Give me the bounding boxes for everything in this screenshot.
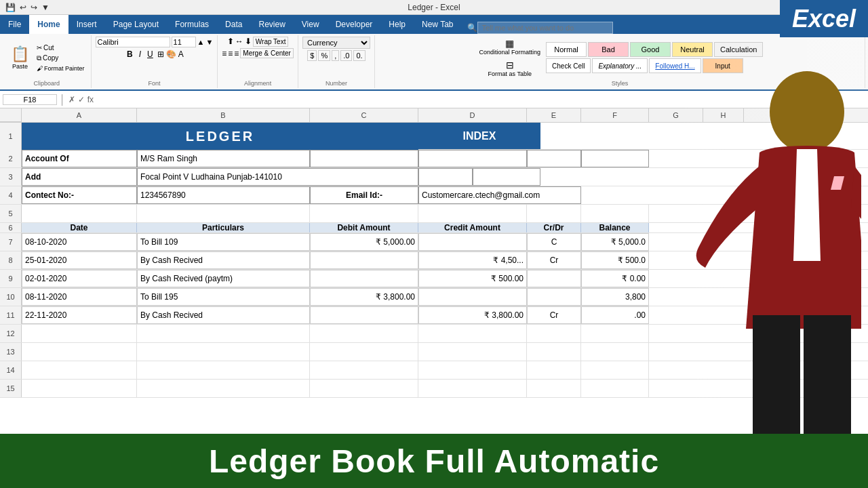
cell-f8[interactable]: ₹ 500.0 (581, 251, 649, 269)
cell-f3[interactable] (473, 168, 540, 186)
cell-b14[interactable] (137, 361, 310, 379)
cell-f1[interactable]: INDEX (418, 123, 540, 149)
cell-e2[interactable] (527, 150, 581, 167)
align-center-button[interactable]: ≡ (228, 49, 233, 58)
cell-d7[interactable] (418, 233, 527, 251)
cell-b5[interactable] (137, 205, 310, 222)
cell-c8[interactable] (310, 251, 418, 269)
cell-c5[interactable] (310, 205, 418, 222)
cell-e8[interactable]: Cr (527, 251, 581, 269)
cell-f11[interactable]: .00 (581, 306, 649, 324)
font-size-decrease-button[interactable]: ▼ (205, 38, 213, 46)
cell-d13[interactable] (418, 343, 527, 361)
align-middle-button[interactable]: ↔ (235, 37, 243, 47)
cell-b13[interactable] (137, 343, 310, 361)
cell-e14[interactable] (527, 361, 581, 379)
cell-f2[interactable] (581, 150, 649, 167)
col-header-e[interactable]: E (527, 108, 581, 122)
format-as-table-button[interactable]: ⊟ Format as Table (486, 58, 534, 79)
decrease-decimal-button[interactable]: 0. (353, 50, 365, 61)
tab-developer[interactable]: Developer (328, 15, 381, 34)
cell-c7[interactable]: ₹ 5,000.00 (310, 233, 418, 251)
insert-function-icon[interactable]: fx (87, 95, 94, 104)
cut-button[interactable]: ✂ Cut (35, 43, 87, 52)
style-check-cell[interactable]: Check Cell (546, 58, 591, 73)
tab-formulas[interactable]: Formulas (167, 15, 217, 34)
tab-review[interactable]: Review (250, 15, 293, 34)
cell-a13[interactable] (22, 343, 137, 361)
cell-c12[interactable] (310, 325, 418, 342)
cell-a2[interactable]: Account Of (22, 150, 137, 167)
undo-icon[interactable]: ↩ (20, 3, 26, 12)
cell-b4[interactable]: 1234567890 (137, 186, 310, 204)
tab-view[interactable]: View (294, 15, 328, 34)
number-format-select[interactable]: Currency (302, 37, 370, 49)
cell-b7[interactable]: To Bill 109 (137, 233, 310, 251)
cell-c4[interactable]: Email Id:- (310, 186, 418, 204)
cell-e5[interactable] (527, 205, 581, 222)
cell-b11[interactable]: By Cash Recived (137, 306, 310, 324)
col-header-a[interactable]: A (22, 108, 137, 122)
cell-f12[interactable] (581, 325, 649, 342)
font-size-input[interactable] (172, 37, 196, 47)
cell-d5[interactable] (418, 205, 527, 222)
cell-c14[interactable] (310, 361, 418, 379)
conditional-formatting-button[interactable]: ▦ Conditional Formatting (476, 37, 543, 57)
cell-c6[interactable]: Debit Amount (310, 223, 418, 232)
border-button[interactable]: ⊞ (157, 49, 164, 59)
confirm-formula-icon[interactable]: ✓ (78, 95, 85, 104)
cell-d9[interactable]: ₹ 500.00 (418, 270, 527, 287)
font-size-increase-button[interactable]: ▲ (197, 38, 205, 46)
increase-decimal-button[interactable]: .0 (340, 50, 352, 61)
cell-e6[interactable]: Cr/Dr (527, 223, 581, 232)
tab-new-tab[interactable]: New Tab (414, 15, 461, 34)
cell-f5[interactable] (581, 205, 649, 222)
cell-d11[interactable]: ₹ 3,800.00 (418, 306, 527, 324)
cell-b10[interactable]: To Bill 195 (137, 288, 310, 306)
cell-c15[interactable] (310, 380, 418, 397)
comma-button[interactable]: , (332, 50, 339, 61)
cell-d14[interactable] (418, 361, 527, 379)
cell-e3[interactable] (418, 168, 473, 186)
redo-icon[interactable]: ↪ (31, 3, 37, 12)
cell-a10[interactable]: 08-11-2020 (22, 288, 137, 306)
cell-d2[interactable] (418, 150, 527, 167)
cell-c2[interactable] (310, 150, 418, 167)
cell-d4-merged[interactable]: Customercare.ctech@gmail.com (418, 186, 581, 204)
cell-a12[interactable] (22, 325, 137, 342)
italic-button[interactable]: I (137, 49, 143, 60)
cell-d8[interactable]: ₹ 4,50... (418, 251, 527, 269)
cell-e10[interactable] (527, 288, 581, 306)
cell-b3-merged[interactable]: Focal Point V Ludhaina Punjab-141010 (137, 168, 418, 186)
cell-b8[interactable]: By Cash Recived (137, 251, 310, 269)
font-color-button[interactable]: A (178, 49, 184, 59)
cell-e9[interactable] (527, 270, 581, 287)
wrap-text-button[interactable]: Wrap Text (253, 37, 289, 47)
style-bad[interactable]: Bad (588, 42, 629, 57)
cell-a4[interactable]: Contect No:- (22, 186, 137, 204)
currency-button[interactable]: $ (307, 50, 317, 61)
copy-button[interactable]: ⧉ Copy (35, 54, 87, 63)
percent-button[interactable]: % (318, 50, 330, 61)
cell-f9[interactable]: ₹ 0.00 (581, 270, 649, 287)
tab-insert[interactable]: Insert (68, 15, 105, 34)
paste-button[interactable]: 📋 Paste (7, 44, 33, 71)
cell-d12[interactable] (418, 325, 527, 342)
cell-a11[interactable]: 22-11-2020 (22, 306, 137, 324)
format-painter-button[interactable]: 🖌 Format Painter (35, 64, 87, 73)
cell-d15[interactable] (418, 380, 527, 397)
col-header-b[interactable]: B (137, 108, 310, 122)
align-left-button[interactable]: ≡ (222, 49, 226, 58)
align-right-button[interactable]: ≡ (234, 49, 239, 58)
align-bottom-button[interactable]: ⬇ (245, 37, 252, 47)
tab-page-layout[interactable]: Page Layout (105, 15, 167, 34)
underline-button[interactable]: U (145, 49, 155, 60)
cell-b9[interactable]: By Cash Recived (paytm) (137, 270, 310, 287)
cell-a8[interactable]: 25-01-2020 (22, 251, 137, 269)
cell-a7[interactable]: 08-10-2020 (22, 233, 137, 251)
cell-c10[interactable]: ₹ 3,800.00 (310, 288, 418, 306)
cell-a15[interactable] (22, 380, 137, 397)
merge-center-button[interactable]: Merge & Center (240, 48, 294, 58)
cancel-formula-icon[interactable]: ✗ (68, 95, 75, 104)
col-header-d[interactable]: D (418, 108, 527, 122)
